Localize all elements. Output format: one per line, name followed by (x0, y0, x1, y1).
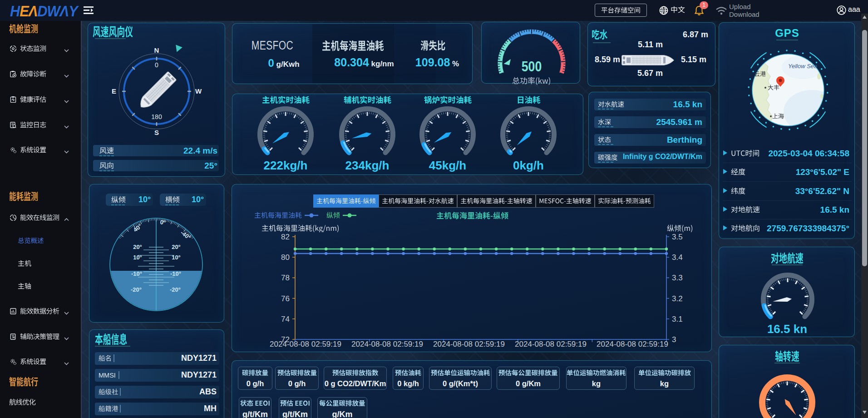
svg-text:3.4: 3.4 (672, 253, 683, 262)
svg-text:74: 74 (281, 315, 290, 323)
svg-text:3.2: 3.2 (672, 294, 683, 303)
svg-text:80: 80 (281, 253, 290, 262)
svg-text:82: 82 (281, 233, 290, 241)
svg-text:76: 76 (281, 294, 290, 303)
svg-text:2024-08-08 02:59:19: 2024-08-08 02:59:19 (351, 340, 423, 348)
svg-text:3.5: 3.5 (672, 233, 683, 241)
svg-text:2024-08-08 02:59:19: 2024-08-08 02:59:19 (515, 340, 587, 348)
svg-text:2024-08-08 02:59:19: 2024-08-08 02:59:19 (597, 340, 668, 348)
svg-text:3.1: 3.1 (672, 315, 683, 323)
svg-text:3.3: 3.3 (672, 274, 683, 282)
svg-text:78: 78 (281, 274, 290, 282)
svg-text:Yellow Sea: Yellow Sea (788, 63, 817, 70)
svg-text:3: 3 (672, 335, 676, 344)
svg-text:2024-08-08 02:59:19: 2024-08-08 02:59:19 (270, 340, 341, 348)
svg-text:2024-08-08 02:59:19: 2024-08-08 02:59:19 (433, 340, 505, 348)
